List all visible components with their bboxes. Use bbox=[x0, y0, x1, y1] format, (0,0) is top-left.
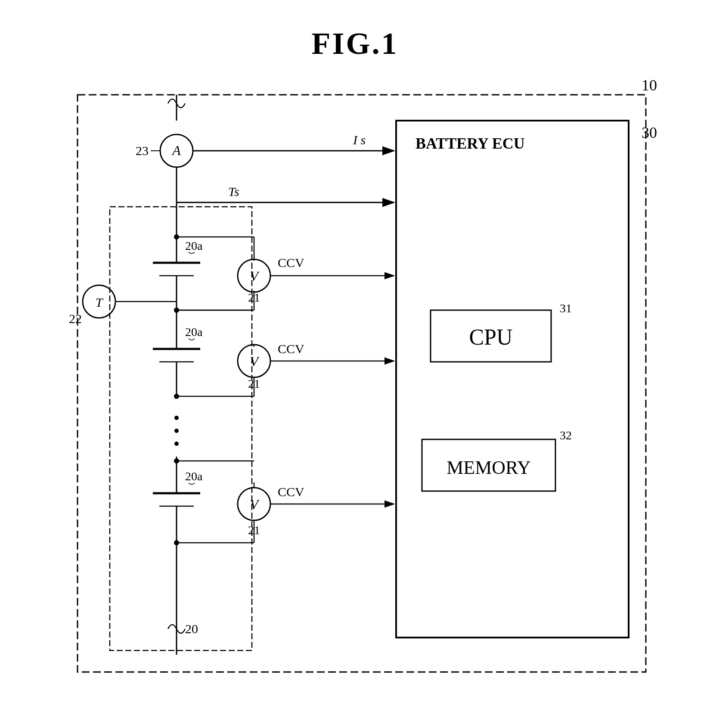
svg-text:A: A bbox=[171, 143, 181, 158]
ccv1-label: CCV bbox=[278, 255, 304, 270]
svg-rect-3 bbox=[396, 121, 629, 638]
svg-text:T: T bbox=[96, 295, 104, 309]
page-title: FIG.1 bbox=[0, 0, 710, 62]
label-20a-1: 20a bbox=[185, 239, 203, 252]
label-32: 32 bbox=[560, 429, 572, 442]
svg-text:V: V bbox=[250, 497, 260, 512]
label-20: 20 bbox=[185, 622, 198, 636]
label-10: 10 bbox=[642, 77, 657, 94]
svg-text:V: V bbox=[250, 354, 260, 369]
label-31: 31 bbox=[560, 302, 572, 315]
svg-point-43 bbox=[174, 416, 179, 420]
label-21-3: 21 bbox=[248, 523, 260, 537]
is-label: I s bbox=[353, 133, 366, 147]
svg-rect-12 bbox=[110, 207, 252, 650]
label-20a-3: 20a bbox=[185, 470, 203, 483]
label-23: 23 bbox=[136, 143, 149, 158]
ts-label: Ts bbox=[228, 184, 239, 199]
label-22: 22 bbox=[69, 311, 82, 326]
label-21-1: 21 bbox=[248, 291, 260, 304]
svg-text:V: V bbox=[250, 268, 260, 284]
ccv3-label: CCV bbox=[278, 485, 304, 499]
label-30: 30 bbox=[642, 124, 657, 141]
diagram-container: 10 30 BATTERY ECU 31 CPU 32 MEMORY A 23 bbox=[43, 69, 667, 702]
svg-point-44 bbox=[174, 429, 179, 433]
ccv2-label: CCV bbox=[278, 342, 304, 356]
memory-label: MEMORY bbox=[446, 457, 531, 478]
label-21-2: 21 bbox=[248, 377, 260, 390]
label-20a-2: 20a bbox=[185, 325, 203, 339]
svg-rect-2 bbox=[78, 95, 646, 672]
cpu-label: CPU bbox=[469, 325, 512, 349]
svg-point-45 bbox=[174, 442, 179, 446]
battery-ecu-label: BATTERY ECU bbox=[415, 135, 525, 152]
